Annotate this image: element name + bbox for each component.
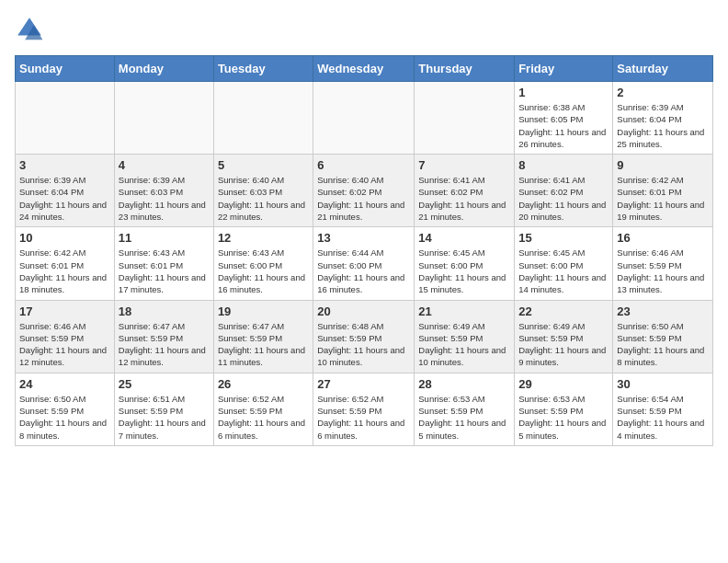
day-info: Sunrise: 6:52 AMSunset: 5:59 PMDaylight:…	[317, 393, 410, 442]
day-cell: 12Sunrise: 6:43 AMSunset: 6:00 PMDayligh…	[213, 227, 313, 300]
day-info: Sunrise: 6:38 AMSunset: 6:05 PMDaylight:…	[518, 101, 609, 150]
day-info: Sunrise: 6:47 AMSunset: 5:59 PMDaylight:…	[218, 320, 309, 369]
day-info: Sunrise: 6:50 AMSunset: 5:59 PMDaylight:…	[617, 320, 709, 369]
day-number: 23	[617, 304, 709, 318]
week-row-3: 10Sunrise: 6:42 AMSunset: 6:01 PMDayligh…	[16, 227, 713, 300]
day-cell: 23Sunrise: 6:50 AMSunset: 5:59 PMDayligh…	[613, 300, 713, 373]
day-cell	[16, 82, 115, 155]
day-cell: 4Sunrise: 6:39 AMSunset: 6:03 PMDaylight…	[114, 155, 213, 227]
day-number: 30	[617, 377, 709, 391]
day-info: Sunrise: 6:46 AMSunset: 5:59 PMDaylight:…	[617, 247, 709, 295]
day-info: Sunrise: 6:41 AMSunset: 6:02 PMDaylight:…	[518, 174, 609, 223]
day-cell: 24Sunrise: 6:50 AMSunset: 5:59 PMDayligh…	[16, 373, 115, 445]
day-cell: 10Sunrise: 6:42 AMSunset: 6:01 PMDayligh…	[16, 227, 115, 300]
header-cell-monday: Monday	[114, 56, 213, 82]
day-info: Sunrise: 6:49 AMSunset: 5:59 PMDaylight:…	[518, 320, 609, 369]
header-cell-thursday: Thursday	[415, 56, 515, 82]
calendar-body: 1Sunrise: 6:38 AMSunset: 6:05 PMDaylight…	[16, 82, 713, 446]
day-cell: 14Sunrise: 6:45 AMSunset: 6:00 PMDayligh…	[415, 227, 515, 300]
day-cell: 26Sunrise: 6:52 AMSunset: 5:59 PMDayligh…	[213, 373, 313, 445]
day-cell: 11Sunrise: 6:43 AMSunset: 6:01 PMDayligh…	[114, 227, 213, 300]
day-number: 15	[518, 231, 609, 245]
day-info: Sunrise: 6:40 AMSunset: 6:03 PMDaylight:…	[218, 174, 309, 223]
day-info: Sunrise: 6:39 AMSunset: 6:04 PMDaylight:…	[19, 174, 110, 223]
week-row-5: 24Sunrise: 6:50 AMSunset: 5:59 PMDayligh…	[16, 373, 713, 445]
day-info: Sunrise: 6:40 AMSunset: 6:02 PMDaylight:…	[317, 174, 410, 223]
day-cell: 13Sunrise: 6:44 AMSunset: 6:00 PMDayligh…	[313, 227, 415, 300]
day-cell	[213, 82, 313, 155]
day-number: 7	[418, 158, 510, 172]
day-number: 2	[617, 86, 709, 99]
day-number: 8	[518, 158, 609, 172]
day-info: Sunrise: 6:39 AMSunset: 6:03 PMDaylight:…	[119, 174, 210, 223]
day-cell: 29Sunrise: 6:53 AMSunset: 5:59 PMDayligh…	[515, 373, 613, 445]
day-info: Sunrise: 6:43 AMSunset: 6:01 PMDaylight:…	[119, 247, 210, 295]
day-number: 5	[218, 158, 309, 172]
day-cell: 30Sunrise: 6:54 AMSunset: 5:59 PMDayligh…	[613, 373, 713, 445]
day-info: Sunrise: 6:48 AMSunset: 5:59 PMDaylight:…	[317, 320, 410, 369]
day-number: 26	[218, 377, 309, 391]
week-row-1: 1Sunrise: 6:38 AMSunset: 6:05 PMDaylight…	[16, 82, 713, 155]
day-number: 18	[119, 304, 210, 318]
day-cell: 6Sunrise: 6:40 AMSunset: 6:02 PMDaylight…	[313, 155, 415, 227]
day-number: 16	[617, 231, 709, 245]
day-info: Sunrise: 6:46 AMSunset: 5:59 PMDaylight:…	[19, 320, 110, 369]
day-number: 28	[418, 377, 510, 391]
day-info: Sunrise: 6:49 AMSunset: 5:59 PMDaylight:…	[418, 320, 510, 369]
week-row-2: 3Sunrise: 6:39 AMSunset: 6:04 PMDaylight…	[16, 155, 713, 227]
day-cell: 3Sunrise: 6:39 AMSunset: 6:04 PMDaylight…	[16, 155, 115, 227]
day-cell: 15Sunrise: 6:45 AMSunset: 6:00 PMDayligh…	[515, 227, 613, 300]
day-number: 29	[518, 377, 609, 391]
day-cell	[114, 82, 213, 155]
day-cell: 16Sunrise: 6:46 AMSunset: 5:59 PMDayligh…	[613, 227, 713, 300]
header-cell-saturday: Saturday	[613, 56, 713, 82]
day-cell: 9Sunrise: 6:42 AMSunset: 6:01 PMDaylight…	[613, 155, 713, 227]
day-number: 24	[19, 377, 110, 391]
day-cell: 8Sunrise: 6:41 AMSunset: 6:02 PMDaylight…	[515, 155, 613, 227]
header-cell-wednesday: Wednesday	[313, 56, 415, 82]
day-info: Sunrise: 6:53 AMSunset: 5:59 PMDaylight:…	[418, 393, 510, 442]
day-info: Sunrise: 6:42 AMSunset: 6:01 PMDaylight:…	[617, 174, 709, 223]
day-info: Sunrise: 6:53 AMSunset: 5:59 PMDaylight:…	[518, 393, 609, 442]
day-cell	[313, 82, 415, 155]
day-info: Sunrise: 6:41 AMSunset: 6:02 PMDaylight:…	[418, 174, 510, 223]
logo	[15, 15, 48, 44]
day-info: Sunrise: 6:50 AMSunset: 5:59 PMDaylight:…	[19, 393, 110, 442]
day-number: 19	[218, 304, 309, 318]
day-info: Sunrise: 6:43 AMSunset: 6:00 PMDaylight:…	[218, 247, 309, 295]
week-row-4: 17Sunrise: 6:46 AMSunset: 5:59 PMDayligh…	[16, 300, 713, 373]
day-number: 13	[317, 231, 410, 245]
day-number: 10	[19, 231, 110, 245]
day-number: 12	[218, 231, 309, 245]
day-info: Sunrise: 6:39 AMSunset: 6:04 PMDaylight:…	[617, 101, 709, 150]
day-cell: 18Sunrise: 6:47 AMSunset: 5:59 PMDayligh…	[114, 300, 213, 373]
calendar-table: SundayMondayTuesdayWednesdayThursdayFrid…	[15, 55, 713, 446]
day-number: 6	[317, 158, 410, 172]
day-cell: 28Sunrise: 6:53 AMSunset: 5:59 PMDayligh…	[415, 373, 515, 445]
day-number: 27	[317, 377, 410, 391]
day-info: Sunrise: 6:51 AMSunset: 5:59 PMDaylight:…	[119, 393, 210, 442]
day-cell	[415, 82, 515, 155]
page-header	[15, 15, 713, 44]
day-cell: 27Sunrise: 6:52 AMSunset: 5:59 PMDayligh…	[313, 373, 415, 445]
day-cell: 21Sunrise: 6:49 AMSunset: 5:59 PMDayligh…	[415, 300, 515, 373]
day-cell: 7Sunrise: 6:41 AMSunset: 6:02 PMDaylight…	[415, 155, 515, 227]
header-cell-friday: Friday	[515, 56, 613, 82]
calendar-header: SundayMondayTuesdayWednesdayThursdayFrid…	[16, 56, 713, 82]
header-row: SundayMondayTuesdayWednesdayThursdayFrid…	[16, 56, 713, 82]
day-info: Sunrise: 6:42 AMSunset: 6:01 PMDaylight:…	[19, 247, 110, 295]
day-number: 3	[19, 158, 110, 172]
day-number: 17	[19, 304, 110, 318]
header-cell-sunday: Sunday	[16, 56, 115, 82]
day-number: 22	[518, 304, 609, 318]
day-info: Sunrise: 6:52 AMSunset: 5:59 PMDaylight:…	[218, 393, 309, 442]
header-cell-tuesday: Tuesday	[213, 56, 313, 82]
day-number: 11	[119, 231, 210, 245]
day-cell: 20Sunrise: 6:48 AMSunset: 5:59 PMDayligh…	[313, 300, 415, 373]
logo-icon	[15, 15, 44, 44]
day-cell: 1Sunrise: 6:38 AMSunset: 6:05 PMDaylight…	[515, 82, 613, 155]
day-info: Sunrise: 6:45 AMSunset: 6:00 PMDaylight:…	[518, 247, 609, 295]
day-number: 20	[317, 304, 410, 318]
day-number: 9	[617, 158, 709, 172]
day-number: 14	[418, 231, 510, 245]
